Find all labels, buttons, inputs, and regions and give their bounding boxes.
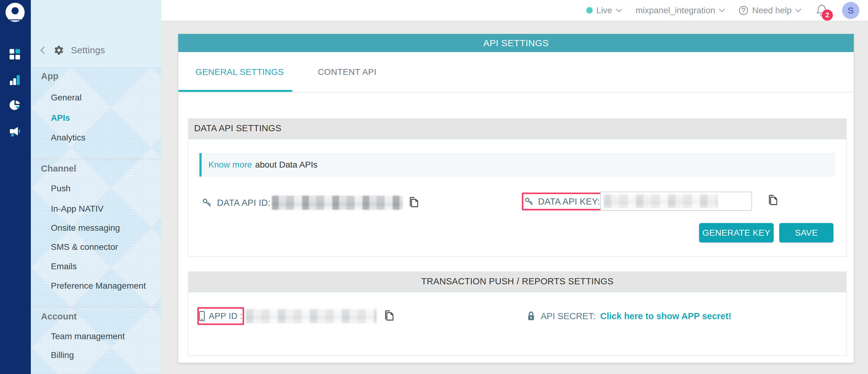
transaction-section-header: TRANSACTION PUSH / REPORTS SETTINGS [188,271,847,292]
data-api-id-field: DATA API ID: [202,195,419,211]
copy-icon[interactable] [767,194,778,207]
data-api-id-value-redacted [272,196,403,210]
avatar[interactable]: S [842,2,859,19]
help-icon [739,5,748,15]
data-api-key-highlight-box: DATA API KEY: [522,193,602,210]
api-secret-field: API SECRET: Click here to show APP secre… [526,307,732,325]
sidebar-header: Settings [31,0,161,67]
active-tab-underline [179,90,292,92]
campaigns-megaphone-icon[interactable] [9,125,21,138]
sidebar-item-analytics[interactable]: Analytics [51,132,85,144]
key-icon [524,197,533,206]
key-icon [202,198,212,208]
sidebar-item-onsite[interactable]: Onsite messaging [51,222,120,234]
show-app-secret-link[interactable]: Click here to show APP secret! [600,311,731,321]
reports-pie-icon[interactable] [9,99,21,111]
app-id-value-redacted [246,309,377,323]
data-api-section: DATA API SETTINGS Know more about Data A… [188,118,847,257]
gear-icon [54,45,64,56]
data-api-info-strip: Know more about Data APIs [199,153,835,176]
data-api-key-label: DATA API KEY: [538,197,600,207]
sidebar-item-emails[interactable]: Emails [51,260,77,273]
lock-icon [526,311,536,321]
tab-bar: GENERAL SETTINGS CONTENT API [179,52,854,93]
sidebar-menu: App General APIs Analytics Channel Push … [31,67,161,374]
data-api-section-header: DATA API SETTINGS [188,118,847,139]
sidebar-divider [31,307,161,307]
back-chevron-icon[interactable] [39,46,47,54]
live-status-dot [586,7,593,13]
notification-badge: 2 [822,9,833,21]
help-menu[interactable]: Need help [739,5,801,15]
env-selector[interactable]: Live [586,5,622,15]
nav-rail [0,0,31,374]
generate-key-button[interactable]: GENERATE KEY [699,223,774,242]
sidebar-section-account: Account [41,310,77,322]
sidebar-item-preference[interactable]: Preference Management [51,280,146,292]
api-settings-panel: API SETTINGS GENERAL SETTINGS CONTENT AP… [178,34,854,363]
chevron-down-icon [795,8,801,13]
data-api-key-input[interactable] [600,192,752,211]
know-more-link[interactable]: Know more [208,160,252,170]
sidebar-item-sms[interactable]: SMS & connector [51,241,118,253]
sidebar-item-push[interactable]: Push [51,182,70,195]
copy-icon[interactable] [383,310,395,322]
sidebar-item-general[interactable]: General [51,92,82,104]
sidebar-item-team[interactable]: Team management [51,330,125,343]
brand-logo[interactable] [5,2,25,22]
tab-content-api[interactable]: CONTENT API [301,67,394,77]
help-label: Need help [752,5,792,15]
project-name: mixpanel_integration [636,5,715,15]
chevron-down-icon [616,8,622,13]
sidebar-title: Settings [71,45,105,56]
env-label: Live [596,5,612,15]
sidebar-item-apis[interactable]: APIs [51,112,70,124]
settings-sidebar: Settings App General APIs Analytics Chan… [31,0,161,374]
data-api-actions: GENERATE KEY SAVE [699,223,834,242]
chevron-down-icon [719,8,725,13]
sidebar-item-inapp[interactable]: In-App NATIV [51,203,103,215]
api-secret-label: API SECRET: [541,311,595,321]
project-selector[interactable]: mixpanel_integration [636,5,725,15]
analytics-bars-icon[interactable] [9,74,21,86]
phone-icon [199,311,205,321]
app-id-label: APP ID : [209,311,242,321]
page-title: API SETTINGS [178,34,854,52]
data-api-id-label: DATA API ID: [217,198,270,208]
sidebar-section-channel: Channel [41,162,76,175]
sidebar-section-app: App [41,70,58,82]
tab-general-settings[interactable]: GENERAL SETTINGS [179,67,301,77]
apps-grid-icon[interactable] [9,48,21,60]
sidebar-item-billing[interactable]: Billing [51,349,74,361]
sidebar-divider [31,159,161,159]
notifications-bell[interactable]: 2 [815,3,829,18]
transaction-section: TRANSACTION PUSH / REPORTS SETTINGS APP … [188,271,847,356]
info-text: about Data APIs [255,160,317,170]
topbar: Live mixpanel_integration Need help 2 S [161,0,868,21]
app-id-highlight-box: APP ID : [197,307,244,325]
data-api-key-value-redacted [604,194,718,208]
copy-icon[interactable] [407,196,419,209]
save-button[interactable]: SAVE [779,223,834,242]
